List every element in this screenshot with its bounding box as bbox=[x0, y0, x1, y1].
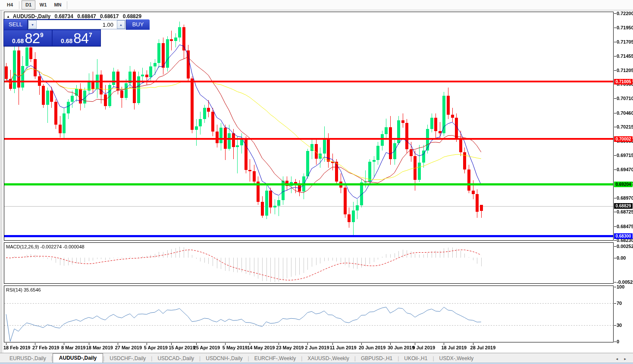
level-price-chip: 0.69204 bbox=[614, 182, 633, 187]
quote-high: 0.68847 bbox=[77, 13, 96, 19]
chart-tab-usdx-weekly[interactable]: USDX-,Weekly bbox=[434, 354, 479, 363]
price-tick-label: 0.70460 bbox=[617, 110, 633, 116]
chart-tab-bar: EURUSD-,Daily|AUDUSD-,Daily|USDCHF-,Dail… bbox=[0, 353, 633, 363]
date-tick-label: 18 Mar 2019 bbox=[86, 345, 113, 350]
toolbar-separator bbox=[19, 1, 19, 9]
chart-tab-gbpusd-h1[interactable]: GBPUSD-,H1 bbox=[356, 354, 398, 363]
chart-tab-eurusd-daily[interactable]: EURUSD-,Daily bbox=[4, 354, 51, 363]
sell-price-big: 82 bbox=[25, 32, 40, 44]
price-tick-label: 0.68725 bbox=[617, 209, 633, 214]
one-click-trade-panel: SELL ▼ ▲ BUY 0.68 82 9 0.68 84 7 bbox=[3, 19, 101, 47]
date-tick-label: 2 Jun 2019 bbox=[305, 345, 329, 350]
date-tick-label: 27 Mar 2019 bbox=[115, 345, 142, 350]
price-tick-label: 0.72200 bbox=[617, 11, 633, 16]
terminal-window: H4D1W1MN ▲ AUDUSD-,Daily 0.68734 0.68847… bbox=[0, 0, 633, 364]
volume-decrease-button[interactable]: ▼ bbox=[28, 20, 37, 29]
date-tick-label: 28 Jul 2019 bbox=[470, 345, 496, 350]
price-tick-label: 0.71950 bbox=[617, 25, 633, 30]
timeframe-toolbar: H4D1W1MN bbox=[0, 0, 633, 10]
quote-low: 0.68617 bbox=[100, 13, 119, 19]
date-tick-label: 20 Jun 2019 bbox=[359, 345, 385, 350]
sell-price-box[interactable]: 0.68 82 9 bbox=[4, 30, 52, 46]
volume-increase-button[interactable]: ▲ bbox=[117, 20, 125, 29]
price-tick-label: 0.68970 bbox=[617, 195, 633, 201]
current-price-chip: 0.68829 bbox=[614, 203, 633, 209]
date-tick-label: 5 May 2019 bbox=[222, 345, 248, 350]
sell-price-small: 0.68 bbox=[12, 38, 24, 44]
date-tick-label: 5 Apr 2019 bbox=[144, 345, 168, 350]
price-tick-label: 0.70215 bbox=[617, 124, 633, 129]
price-tick-label: 0.70710 bbox=[617, 96, 633, 101]
date-tick-label: 9 Jul 2019 bbox=[412, 345, 435, 350]
date-tick-label: 18 Feb 2019 bbox=[3, 345, 30, 350]
macd-axis-label: 0.002522 bbox=[617, 244, 633, 249]
timeframe-button-mn[interactable]: MN bbox=[51, 0, 65, 9]
level-price-chip: 0.68300 bbox=[614, 233, 633, 239]
quote-close: 0.68829 bbox=[123, 13, 141, 19]
price-tick-label: 0.71705 bbox=[617, 39, 633, 44]
rsi-axis-label: 30 bbox=[617, 323, 633, 328]
chart-tab-eurchf-weekly[interactable]: EURCHF-,Weekly bbox=[249, 354, 301, 363]
date-tick-label: 11 Jun 2019 bbox=[330, 345, 357, 350]
timeframe-button-d1[interactable]: D1 bbox=[22, 0, 35, 9]
tab-scroll-arrows[interactable]: ◂ ▸ bbox=[616, 357, 629, 363]
timeframe-button-w1[interactable]: W1 bbox=[36, 0, 50, 9]
level-price-chip: 0.71005 bbox=[614, 79, 633, 85]
price-tick-label: 0.68475 bbox=[617, 224, 633, 229]
date-tick-label: 15 Apr 2019 bbox=[169, 345, 195, 350]
macd-axis-label: 0.00 bbox=[617, 255, 633, 260]
chart-tab-audusd-daily[interactable]: AUDUSD-,Daily bbox=[53, 353, 103, 363]
sell-button[interactable]: SELL bbox=[4, 19, 28, 30]
date-tick-label: 14 May 2019 bbox=[247, 345, 275, 350]
macd-axis-label: -0.005234 bbox=[617, 279, 633, 285]
date-tick-label: 18 Jul 2019 bbox=[441, 345, 467, 350]
rsi-axis-label: 0 bbox=[617, 339, 633, 344]
price-tick-label: 0.71205 bbox=[617, 68, 633, 73]
buy-price-box[interactable]: 0.68 84 7 bbox=[53, 30, 100, 46]
buy-price-small: 0.68 bbox=[61, 38, 72, 44]
chart-tab-xauusd-weekly[interactable]: XAUUSD-,Weekly bbox=[302, 354, 354, 363]
buy-price-big: 84 bbox=[73, 32, 88, 44]
candlestick-chart-canvas[interactable] bbox=[0, 0, 633, 364]
window-left-frame bbox=[0, 10, 3, 362]
chart-tab-usdcnh-daily[interactable]: USDCNH-,Daily bbox=[201, 354, 248, 363]
timeframe-button-h4[interactable]: H4 bbox=[3, 0, 17, 9]
rsi-axis-label: 70 bbox=[617, 301, 633, 306]
date-tick-label: 27 Feb 2019 bbox=[32, 345, 59, 350]
quote-open: 0.68734 bbox=[55, 13, 73, 19]
chart-tab-usdchf-daily[interactable]: USDCHF-,Daily bbox=[104, 354, 151, 363]
volume-input[interactable] bbox=[37, 20, 117, 29]
date-tick-label: 23 May 2019 bbox=[276, 345, 304, 350]
price-tick-label: 0.69470 bbox=[617, 167, 633, 172]
toolbar-separator bbox=[67, 1, 67, 9]
price-tick-label: 0.71455 bbox=[617, 53, 633, 59]
chart-title: ▲ AUDUSD-,Daily 0.68734 0.68847 0.68617 … bbox=[6, 13, 144, 19]
buy-button[interactable]: BUY bbox=[126, 19, 150, 30]
date-tick-label: 30 Jun 2019 bbox=[388, 345, 414, 350]
date-tick-label: 8 Mar 2019 bbox=[61, 345, 85, 350]
chart-symbol: AUDUSD-,Daily bbox=[13, 13, 50, 19]
price-tick-label: 0.69715 bbox=[617, 153, 633, 158]
buy-price-sup: 7 bbox=[89, 31, 92, 38]
chart-tab-ukoil-h1[interactable]: UKOil-,H1 bbox=[399, 354, 432, 363]
volume-stepper: ▼ ▲ bbox=[28, 20, 125, 29]
date-tick-label: 25 Apr 2019 bbox=[194, 345, 220, 350]
chart-tab-usdcad-daily[interactable]: USDCAD-,Daily bbox=[152, 354, 199, 363]
collapse-marker-icon: ▲ bbox=[6, 15, 10, 19]
rsi-label: RSI(14) 35.6546 bbox=[6, 287, 41, 292]
sell-price-sup: 9 bbox=[40, 31, 44, 38]
level-price-chip: 0.70002 bbox=[614, 136, 633, 142]
macd-label: MACD(12,26,9) -0.002274 -0.000048 bbox=[6, 244, 85, 249]
rsi-axis-label: 100 bbox=[617, 284, 633, 289]
